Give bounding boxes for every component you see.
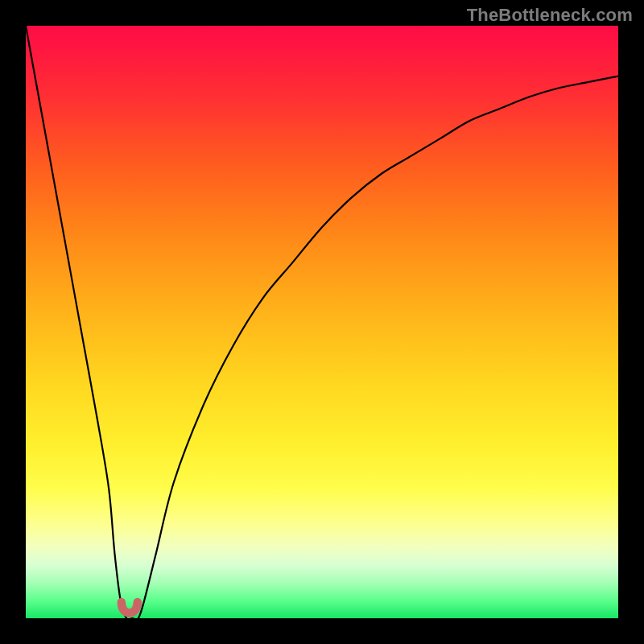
bottleneck-curve-path	[26, 26, 618, 620]
gradient-plot-area	[26, 26, 618, 618]
optimal-marker-icon	[122, 602, 138, 613]
chart-frame: TheBottleneck.com	[0, 0, 644, 644]
bottleneck-curve-svg	[26, 26, 618, 618]
watermark-text: TheBottleneck.com	[467, 5, 633, 26]
